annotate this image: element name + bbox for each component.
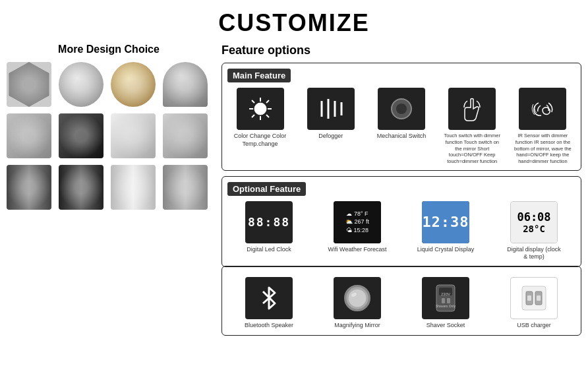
touch-icon-box <box>448 88 496 130</box>
svg-rect-28 <box>537 295 541 301</box>
svg-rect-21 <box>447 298 450 303</box>
led-clock-label: Digital Led Clock <box>247 246 291 254</box>
defog-icon <box>316 96 345 122</box>
weather-icon-box: ☁ 78° F ⛅ 267 ft 🌤 15:28 <box>334 201 381 243</box>
feature-lcd: 12:38 Liquid Crystal Display <box>404 201 487 254</box>
magnifying-label: Magnifying Mirror <box>334 322 380 330</box>
feature-shaver: 230V Shavers Only Shaver Socket <box>404 277 487 330</box>
svg-line-7 <box>266 100 269 103</box>
digital-display-icon-box: 06:08 28°C <box>510 201 558 243</box>
lcd-label: Liquid Crystal Display <box>417 246 475 254</box>
mirror-wide-4[interactable] <box>163 165 208 210</box>
feature-weather: ☁ 78° F ⛅ 267 ft 🌤 15:28 Wifi Weather Fo… <box>316 201 399 254</box>
svg-point-0 <box>254 103 266 115</box>
feature-mech-switch: Mechanical Switch <box>368 88 434 140</box>
mirror-rect-2[interactable] <box>59 113 103 158</box>
mirror-row-3 <box>7 165 211 210</box>
defogger-icon-box <box>307 88 355 130</box>
main-feature-block: Main Feature <box>221 63 581 171</box>
feature-color-change: Color Change Color Temp.change <box>227 88 293 148</box>
sun-icon <box>247 96 274 122</box>
mech-switch-icon-box <box>378 88 425 130</box>
svg-line-5 <box>252 100 254 103</box>
ir-icon <box>529 96 556 121</box>
led-clock-icon-box: 88:88 <box>245 201 293 243</box>
digital-display-icon: 06:08 28°C <box>511 202 557 243</box>
svg-point-14 <box>396 104 407 114</box>
led-clock-icon: 88:88 <box>248 215 290 229</box>
mirror-arch[interactable] <box>163 62 208 107</box>
feature-led-clock: 88:88 Digital Led Clock <box>227 201 310 254</box>
optional-feature-items: 88:88 Digital Led Clock ☁ 78° F ⛅ 267 ft… <box>227 201 575 261</box>
touch-label: Touch switch with dimmer function Touch … <box>442 133 502 165</box>
optional-feature-header: Optional Feature <box>227 182 306 196</box>
shaver-icon: 230V Shavers Only <box>431 282 460 314</box>
main-layout: More Design Choice <box>0 44 588 341</box>
svg-rect-24 <box>522 286 546 310</box>
bluetooth-label: Bluetooth Speaker <box>245 322 293 330</box>
page-wrapper: CUSTOMIZE More Design Choice <box>0 0 588 341</box>
usb-icon <box>519 284 548 313</box>
color-change-label: Color Change Color Temp.change <box>231 133 290 148</box>
lcd-display: 12:38 <box>422 201 469 243</box>
mech-switch-label: Mechanical Switch <box>377 133 426 140</box>
mirror-wide-2[interactable] <box>59 165 103 210</box>
left-section-title: More Design Choice <box>7 44 211 55</box>
lcd-icon-box: 12:38 <box>422 201 469 243</box>
ir-label: IR Sensor with dimmer function IR sensor… <box>513 133 572 165</box>
mirror-rect-4[interactable] <box>163 113 208 158</box>
feature-ir: IR Sensor with dimmer function IR sensor… <box>510 88 575 165</box>
mirror-row-2 <box>7 113 211 158</box>
svg-text:230V: 230V <box>441 292 450 296</box>
bluetooth-icon-box <box>245 277 293 319</box>
right-section-title: Feature options <box>221 44 581 57</box>
svg-line-8 <box>252 115 254 117</box>
mirror-rect-3[interactable] <box>111 113 156 158</box>
digital-display-label: Digital display (clock & temp) <box>504 246 564 261</box>
feature-magnifying: Magnifying Mirror <box>316 277 399 330</box>
svg-rect-27 <box>527 295 531 301</box>
bluetooth-icon <box>257 284 281 313</box>
main-feature-items: Color Change Color Temp.change <box>227 88 575 165</box>
svg-line-6 <box>266 115 269 117</box>
mech-switch-icon <box>388 96 415 122</box>
mirror-circle-gray[interactable] <box>59 62 103 107</box>
feature-touch: Touch switch with dimmer function Touch … <box>440 88 505 165</box>
mirror-wide-3[interactable] <box>111 165 156 210</box>
magnifying-icon-box <box>334 277 381 319</box>
left-panel: More Design Choice <box>7 44 211 341</box>
defogger-label: Defogger <box>318 133 343 140</box>
right-panel: Feature options Main Feature <box>221 44 581 341</box>
main-feature-header: Main Feature <box>227 69 291 82</box>
feature-bluetooth: Bluetooth Speaker <box>227 277 310 330</box>
shaver-label: Shaver Socket <box>426 322 465 330</box>
ir-icon-box <box>519 88 566 130</box>
touch-icon <box>459 96 485 122</box>
usb-icon-box <box>510 277 558 319</box>
svg-rect-20 <box>442 298 445 303</box>
color-change-icon-box <box>237 88 284 130</box>
weather-display: ☁ 78° F ⛅ 267 ft 🌤 15:28 <box>334 201 381 243</box>
optional-feature-block: Optional Feature 88:88 Digital Led Clock <box>221 176 581 267</box>
weather-label: Wifi Weather Forecast <box>328 246 387 254</box>
mirror-hex[interactable] <box>7 62 51 107</box>
optional-feature-items-2: Bluetooth Speaker Magnifying Mirror <box>227 272 575 330</box>
shaver-icon-box: 230V Shavers Only <box>422 277 469 319</box>
feature-digital-display: 06:08 28°C Digital display (clock & temp… <box>492 201 575 261</box>
mirror-rect-1[interactable] <box>7 113 51 158</box>
feature-defogger: Defogger <box>298 88 363 140</box>
feature-usb: USB charger <box>492 277 575 330</box>
mirror-row-1 <box>7 62 211 107</box>
magnifying-mirror-icon <box>341 282 374 315</box>
page-title: CUSTOMIZE <box>0 0 588 44</box>
svg-text:Shavers Only: Shavers Only <box>436 304 456 308</box>
svg-point-16 <box>349 290 367 307</box>
usb-label: USB charger <box>517 322 551 330</box>
mirror-circle-gold[interactable] <box>111 62 156 107</box>
mirror-wide-1[interactable] <box>7 165 51 210</box>
optional-feature-block-2: Bluetooth Speaker Magnifying Mirror <box>221 266 581 336</box>
